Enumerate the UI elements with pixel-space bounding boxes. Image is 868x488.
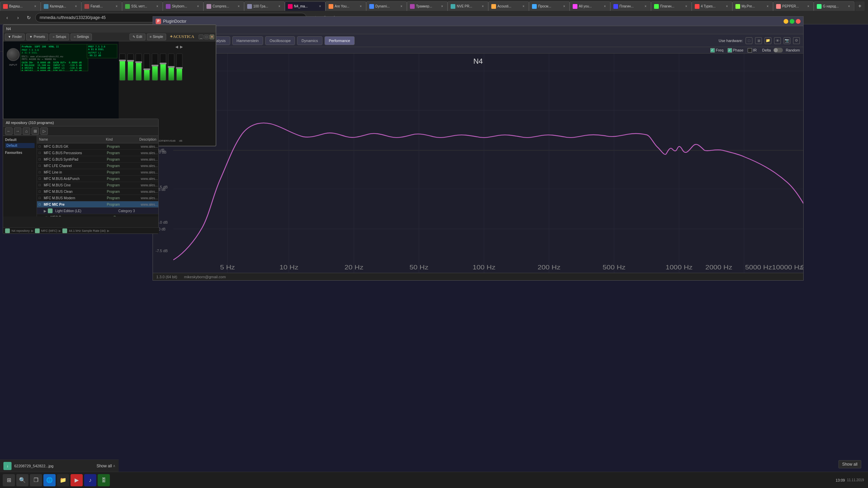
fader-knob-4[interactable] [143,68,150,70]
tab-5[interactable]: Skyborn...× [163,1,203,11]
preset-row-gbus-gk[interactable]: □ MFC G.BUS GK Program www.ales... [37,143,158,150]
preset-row-mbus-ap[interactable]: □ MFC M.BUS Air&Punch Program www.ales..… [37,176,158,182]
tab-1[interactable]: Видяш...× [0,1,41,11]
back-button[interactable]: ‹ [3,13,12,22]
browser-taskbar-btn[interactable]: 🌐 [43,474,56,486]
fader-knob-7[interactable] [168,66,175,68]
maximize-button[interactable] [790,19,794,24]
preset-row-mbus-cine[interactable]: □ MFC M.BUS Cine Program www.ales... [37,182,158,188]
pp-collapse-btn[interactable]: _ [199,35,203,39]
phase-checkbox[interactable]: ✓ [728,48,732,53]
bc-label-3[interactable]: 44.1 kHz Sample Rate (44) [69,229,106,232]
preset-row-panner[interactable]: □ MFC Panner Program www.ales... [37,214,158,217]
nav-add-btn[interactable]: ▷ [40,127,48,135]
tab-11[interactable]: Трамкер...× [407,1,448,11]
music-taskbar-btn[interactable]: ♪ [84,474,96,486]
show-all-downloads[interactable]: Show all [97,464,112,468]
nav-home-btn[interactable]: ⌂ [23,127,30,135]
presets-button[interactable]: ▼ Presets [26,34,48,40]
finder-button[interactable]: ▼ Finder [5,34,25,40]
explorer-taskbar-btn[interactable]: 📁 [57,474,69,486]
hw-icon-4[interactable]: 👁 [774,37,781,44]
nav-back-btn[interactable]: ← [5,127,13,135]
preset-cb-gbus-gk[interactable]: □ [37,145,42,148]
preset-row-gbus-perc[interactable]: □ MFC G.BUS Percussions Program www.ales… [37,150,158,156]
svg-text:✦ACUSTICA: ✦ACUSTICA [170,34,194,39]
default-repo[interactable]: Default [5,143,35,148]
fader-left-arrow[interactable]: ◄ [174,44,179,49]
edit-button[interactable]: ✎ Edit [130,34,145,40]
tab-18[interactable]: 4 Types...× [692,1,732,11]
preset-row-light-ed[interactable]: ▶ Light Edition (LE) Category 3 [37,208,158,214]
tab-dynamics[interactable]: Dynamics [297,36,322,45]
preset-row-mic-pre[interactable]: □ MFC MIC Pre Program www.ales... [37,201,158,208]
tab-2[interactable]: Календа...× [41,1,81,11]
setups-button[interactable]: ○ Setups [50,34,69,40]
tab-13[interactable]: Acousti...× [488,1,529,11]
tab-20[interactable]: PEPPER...× [773,1,814,11]
new-tab-button[interactable]: + [855,1,865,11]
tab-17[interactable]: Плагин...× [651,1,692,11]
fader-knob-6[interactable] [160,63,166,64]
simple-button[interactable]: ≡ Simple [147,34,166,40]
tab-performance[interactable]: Performance [324,36,355,45]
hw-icon-2[interactable]: 🖥 [755,37,762,44]
fader-7 [168,54,174,81]
preset-row-linein[interactable]: □ MFC Line in Program www.ales... [37,169,158,176]
pp-resize-btn[interactable]: □ [204,35,209,39]
bc-label-1[interactable]: N4 repository [12,229,30,232]
tab-10[interactable]: Dynami...× [366,1,407,11]
bc-label-2[interactable]: MFC (MFC) [41,229,57,232]
nav-folder-up-btn[interactable]: ⊞ [32,127,39,135]
tab-16[interactable]: Плагин...× [610,1,651,11]
tab-4[interactable]: SSL verт...× [122,1,163,11]
hw-icon-6[interactable]: ⚙ [793,37,800,44]
tab-8-active[interactable]: N4_ma...× [285,1,326,11]
start-button[interactable]: ⊞ [3,474,15,486]
minimize-button[interactable] [784,19,788,24]
reload-button[interactable]: ↻ [24,13,33,22]
tab-19[interactable]: My.Pre...× [732,1,773,11]
fader-knob-5[interactable] [152,65,158,66]
pp-close-btn[interactable]: ✕ [210,35,214,39]
fader-fill-6 [160,64,166,80]
fader-track-3 [136,54,142,81]
settings-button[interactable]: ○ Settings [71,34,92,40]
tab-6[interactable]: Compres...× [203,1,244,11]
tab-14[interactable]: Просм...× [529,1,570,11]
pd-window-controls [784,19,801,24]
fader-knob-1[interactable] [119,60,126,61]
delta-toggle[interactable] [773,48,783,53]
preset-row-mbus-mod[interactable]: □ MFC M.BUS Modern Program www.ales... [37,195,158,201]
vlc-taskbar-btn[interactable]: ▶ [71,474,83,486]
forward-button[interactable]: › [14,13,22,22]
show-all-button[interactable]: Show all [839,460,861,468]
fader-knob-8[interactable] [176,67,183,69]
tab-3[interactable]: Fanati...× [81,1,122,11]
plugin-taskbar-btn[interactable]: 🎛 [98,474,110,486]
tab-oscilloscope[interactable]: Oscilloscope [265,36,295,45]
tab-9[interactable]: Are You...× [326,1,366,11]
tab-21[interactable]: G народ...× [814,1,854,11]
preset-row-mbus-clean[interactable]: □ MFC M.BUS Clean Program www.ales... [37,188,158,195]
download-chevron[interactable]: ∧ [113,464,115,468]
tab-12[interactable]: NVE PR...× [448,1,488,11]
taskview-button[interactable]: ❐ [30,474,42,486]
hw-icon-5[interactable]: 📷 [784,37,790,44]
freq-checkbox[interactable]: ✓ [710,48,715,53]
ir-checkbox[interactable] [748,48,752,53]
fader-right-arrow[interactable]: ► [179,44,184,49]
hw-icon-1[interactable]: □ [746,37,752,44]
fader-knob-2[interactable] [127,60,134,62]
tab-15[interactable]: All you...× [570,1,610,11]
preset-row-lfe[interactable]: □ MFC LFE Channel Program www.ales... [37,163,158,169]
tab-hammerstein[interactable]: Hammerstein [232,36,263,45]
preset-row-gbus-synth[interactable]: □ MFC G.BUS SynthPad Program www.ales... [37,156,158,163]
hw-icon-3[interactable]: 📁 [765,37,771,44]
fader-knob-3[interactable] [135,61,142,63]
search-button[interactable]: 🔍 [16,474,28,486]
nav-forward-btn[interactable]: → [14,127,21,135]
input-knob[interactable] [7,48,20,61]
close-button[interactable] [796,19,801,24]
tab-7[interactable]: 100 Гра...× [244,1,285,11]
